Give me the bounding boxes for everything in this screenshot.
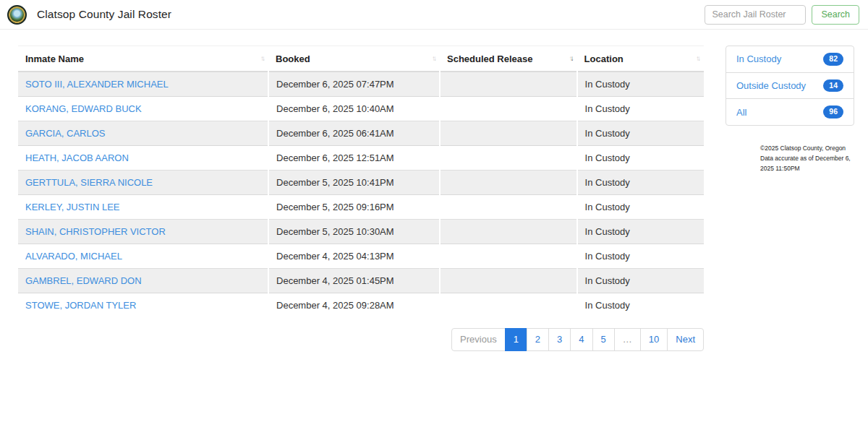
sidebar-item-in-custody[interactable]: In Custody 82 bbox=[726, 46, 854, 72]
table-row: KERLEY, JUSTIN LEE December 5, 2025 09:1… bbox=[18, 195, 704, 220]
count-badge: 14 bbox=[823, 79, 843, 92]
location-cell: In Custody bbox=[577, 171, 704, 195]
booked-cell: December 6, 2025 10:40AM bbox=[268, 97, 440, 121]
count-badge: 82 bbox=[823, 53, 843, 66]
booked-cell: December 4, 2025 01:45PM bbox=[268, 269, 440, 293]
inmate-name-link[interactable]: GAMBREL, EDWARD DON bbox=[25, 275, 142, 286]
column-header-label: Inmate Name bbox=[25, 53, 84, 64]
sidebar-item-label: Outside Custody bbox=[736, 80, 806, 91]
custody-filter-list: In Custody 82 Outside Custody 14 All 96 bbox=[726, 46, 854, 126]
table-row: GERTTULA, SIERRA NICOLE December 5, 2025… bbox=[18, 171, 704, 195]
pagination-page-10[interactable]: 10 bbox=[640, 328, 668, 351]
booked-cell: December 5, 2025 09:16PM bbox=[268, 195, 440, 220]
table-row: SHAIN, CHRISTOPHER VICTOR December 5, 20… bbox=[18, 220, 704, 244]
pagination-page-5[interactable]: 5 bbox=[592, 328, 615, 351]
count-badge: 96 bbox=[823, 105, 843, 119]
column-header[interactable]: Inmate Name ↑↓ bbox=[18, 46, 268, 72]
location-cell: In Custody bbox=[577, 121, 704, 146]
sidebar-item-all[interactable]: All 96 bbox=[726, 98, 854, 125]
inmate-name-cell: GERTTULA, SIERRA NICOLE bbox=[18, 171, 268, 195]
column-header[interactable]: Location ↑↓ bbox=[577, 46, 704, 72]
scheduled-release-cell bbox=[440, 244, 577, 269]
table-row: STOWE, JORDAN TYLER December 4, 2025 09:… bbox=[18, 293, 704, 318]
county-seal-logo bbox=[7, 5, 27, 25]
inmate-name-cell: GARCIA, CARLOS bbox=[18, 121, 268, 146]
table-row: GARCIA, CARLOS December 6, 2025 06:41AM … bbox=[18, 121, 704, 146]
inmate-name-link[interactable]: GARCIA, CARLOS bbox=[25, 128, 106, 139]
page-title: Clatsop County Jail Roster bbox=[37, 8, 171, 21]
location-cell: In Custody bbox=[577, 146, 704, 171]
inmate-name-cell: ALVARADO, MICHAEL bbox=[18, 244, 268, 269]
pagination-previous: Previous bbox=[451, 328, 506, 351]
inmate-name-cell: GAMBREL, EDWARD DON bbox=[18, 269, 268, 293]
column-header[interactable]: Scheduled Release ↑↓ bbox=[440, 46, 577, 72]
scheduled-release-cell bbox=[440, 97, 577, 121]
sort-icons: ↑↓ bbox=[696, 54, 699, 62]
roster-table: Inmate Name ↑↓ Booked ↑↓ Scheduled Relea… bbox=[18, 46, 704, 317]
scheduled-release-cell bbox=[440, 293, 577, 318]
inmate-name-link[interactable]: KERLEY, JUSTIN LEE bbox=[25, 202, 120, 212]
app-header: Clatsop County Jail Roster Search bbox=[0, 0, 868, 30]
inmate-name-cell: KORANG, EDWARD BUCK bbox=[18, 97, 268, 121]
table-row: KORANG, EDWARD BUCK December 6, 2025 10:… bbox=[18, 97, 704, 121]
data-accuracy-text: Data accurate as of December 6, 2025 11:… bbox=[760, 153, 854, 173]
pagination-page-1[interactable]: 1 bbox=[505, 328, 527, 351]
booked-cell: December 6, 2025 12:51AM bbox=[268, 146, 440, 171]
location-cell: In Custody bbox=[577, 293, 704, 318]
inmate-name-cell: HEATH, JACOB AARON bbox=[18, 146, 268, 171]
booked-cell: December 5, 2025 10:41PM bbox=[268, 171, 440, 195]
table-row: ALVARADO, MICHAEL December 4, 2025 04:13… bbox=[18, 244, 704, 269]
location-cell: In Custody bbox=[577, 72, 704, 97]
search-input[interactable] bbox=[705, 5, 806, 25]
sort-icons: ↑↓ bbox=[260, 54, 263, 62]
inmate-name-link[interactable]: SOTO III, ALEXANDER MICHAEL bbox=[25, 79, 169, 90]
column-header-label: Booked bbox=[276, 53, 310, 64]
sidebar: In Custody 82 Outside Custody 14 All 96 … bbox=[726, 46, 854, 173]
column-header-label: Location bbox=[584, 53, 624, 64]
search-button[interactable]: Search bbox=[812, 5, 859, 25]
pagination: Previous12345…10Next bbox=[18, 328, 704, 351]
inmate-name-link[interactable]: GERTTULA, SIERRA NICOLE bbox=[25, 177, 153, 188]
inmate-name-link[interactable]: KORANG, EDWARD BUCK bbox=[25, 103, 142, 114]
table-row: SOTO III, ALEXANDER MICHAEL December 6, … bbox=[18, 72, 704, 97]
column-header-label: Scheduled Release bbox=[447, 53, 533, 64]
sidebar-item-label: All bbox=[736, 107, 746, 118]
location-cell: In Custody bbox=[577, 244, 704, 269]
booked-cell: December 6, 2025 07:47PM bbox=[268, 72, 440, 97]
copyright-text: ©2025 Clatsop County, Oregon bbox=[760, 143, 854, 153]
column-header[interactable]: Booked ↑↓ bbox=[268, 46, 440, 72]
scheduled-release-cell bbox=[440, 220, 577, 244]
roster-main: Inmate Name ↑↓ Booked ↑↓ Scheduled Relea… bbox=[18, 46, 704, 351]
sidebar-item-label: In Custody bbox=[736, 53, 781, 64]
pagination-ellipsis: … bbox=[614, 328, 641, 351]
table-row: GAMBREL, EDWARD DON December 4, 2025 01:… bbox=[18, 269, 704, 293]
booked-cell: December 4, 2025 09:28AM bbox=[268, 293, 440, 318]
inmate-name-link[interactable]: STOWE, JORDAN TYLER bbox=[25, 300, 136, 311]
location-cell: In Custody bbox=[577, 97, 704, 121]
pagination-page-2[interactable]: 2 bbox=[527, 328, 549, 351]
booked-cell: December 5, 2025 10:30AM bbox=[268, 220, 440, 244]
pagination-page-4[interactable]: 4 bbox=[570, 328, 592, 351]
location-cell: In Custody bbox=[577, 195, 704, 220]
scheduled-release-cell bbox=[440, 195, 577, 220]
booked-cell: December 6, 2025 06:41AM bbox=[268, 121, 440, 146]
sidebar-item-outside-custody[interactable]: Outside Custody 14 bbox=[726, 72, 854, 99]
scheduled-release-cell bbox=[440, 146, 577, 171]
inmate-name-link[interactable]: ALVARADO, MICHAEL bbox=[25, 251, 122, 262]
scheduled-release-cell bbox=[440, 121, 577, 146]
table-header-row: Inmate Name ↑↓ Booked ↑↓ Scheduled Relea… bbox=[18, 46, 704, 72]
inmate-name-cell: STOWE, JORDAN TYLER bbox=[18, 293, 268, 318]
sort-icons: ↑↓ bbox=[569, 54, 572, 62]
scheduled-release-cell bbox=[440, 72, 577, 97]
inmate-name-link[interactable]: SHAIN, CHRISTOPHER VICTOR bbox=[25, 226, 166, 237]
booked-cell: December 4, 2025 04:13PM bbox=[268, 244, 440, 269]
pagination-page-3[interactable]: 3 bbox=[548, 328, 571, 351]
inmate-name-cell: SOTO III, ALEXANDER MICHAEL bbox=[18, 72, 268, 97]
inmate-name-link[interactable]: HEATH, JACOB AARON bbox=[25, 152, 129, 163]
sort-icons: ↑↓ bbox=[432, 54, 435, 62]
table-row: HEATH, JACOB AARON December 6, 2025 12:5… bbox=[18, 146, 704, 171]
pagination-next[interactable]: Next bbox=[667, 328, 704, 351]
search-area: Search bbox=[705, 5, 859, 25]
location-cell: In Custody bbox=[577, 220, 704, 244]
scheduled-release-cell bbox=[440, 171, 577, 195]
